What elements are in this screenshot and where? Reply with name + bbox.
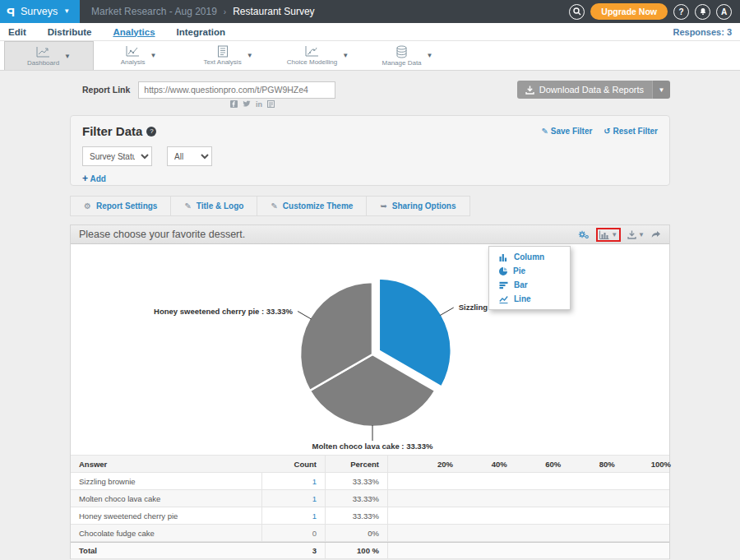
embed-icon[interactable] — [267, 100, 275, 109]
svg-text:Molten choco lava cake : 33.33: Molten choco lava cake : 33.33% — [312, 442, 433, 451]
nav-analytics[interactable]: Analytics — [113, 27, 155, 37]
report-link-input[interactable] — [138, 81, 335, 99]
question-title: Please choose your favorite dessert. — [79, 229, 245, 240]
responses-count[interactable]: Responses: 3 — [673, 27, 732, 37]
survey-nav: Edit Distribute Analytics Integration Re… — [0, 23, 740, 41]
save-filter-link[interactable]: ✎ Save Filter — [542, 127, 593, 136]
tab-sharing-options[interactable]: ➥Sharing Options — [367, 196, 469, 216]
menu-item-bar[interactable]: Bar — [489, 278, 570, 292]
filter-data-panel: Filter Data ? ✎ Save Filter ↺ Reset Filt… — [70, 115, 670, 186]
add-filter-link[interactable]: + Add — [82, 173, 106, 184]
help-button[interactable]: ? — [673, 4, 689, 20]
breadcrumb-separator: › — [224, 7, 226, 16]
count-link[interactable]: 1 — [312, 494, 317, 503]
chart-share-button[interactable] — [651, 230, 661, 238]
toolbar-item-dashboard[interactable]: Dashboard ▼ — [4, 41, 94, 70]
edit-icon: ✎ — [542, 127, 548, 136]
scale-tick: 80% — [599, 456, 615, 472]
download-data-reports-button[interactable]: Download Data & Reports — [517, 81, 652, 99]
answer-cell: Honey sweetened cherry pie — [71, 507, 262, 524]
document-icon — [217, 45, 229, 58]
tab-report-settings[interactable]: ⚙Report Settings — [70, 196, 171, 216]
report-tabs: ⚙Report Settings ✎Title & Logo ✎Customiz… — [70, 196, 470, 216]
chevron-down-icon[interactable]: ▼ — [150, 52, 156, 59]
toolbar-item-text-analysis[interactable]: Text Analysis ▼ — [183, 41, 273, 70]
total-percent: 100 % — [326, 543, 388, 558]
chart-type-button[interactable]: ▼ — [596, 228, 621, 242]
scale-tick: 20% — [437, 456, 453, 472]
status-value-select[interactable]: All — [167, 146, 212, 166]
count-value: 0 — [312, 529, 317, 538]
download-dropdown-caret[interactable]: ▼ — [652, 81, 670, 99]
question-header: Please choose your favorite dessert. ▼ ▼ — [71, 225, 669, 244]
table-row: Molten choco lava cake 1 33.33% — [71, 490, 669, 507]
scale-tick: 40% — [492, 456, 507, 472]
download-icon — [525, 86, 534, 95]
count-link[interactable]: 1 — [312, 511, 317, 521]
answer-cell: Chocolate fudge cake — [71, 525, 262, 541]
chart-settings-button[interactable] — [578, 230, 590, 239]
toolbar-item-analysis[interactable]: Analysis ▼ — [94, 41, 183, 70]
notifications-button[interactable] — [695, 4, 710, 20]
toolbar-label: Choice Modelling — [287, 58, 337, 66]
linkedin-icon[interactable]: in — [256, 100, 262, 109]
analytics-toolbar: Dashboard ▼ Analysis ▼ Text Analysis ▼ — [0, 41, 740, 71]
surveys-product-switcher[interactable]: P Surveys ▼ — [0, 0, 80, 23]
dashboard-content: Report Link Download Data & Reports ▼ — [0, 71, 740, 560]
pie-chart[interactable]: Sizzling brownie : 33.33%Molten choco la… — [71, 244, 669, 455]
topbar-actions: Upgrade Now ? A — [569, 3, 740, 20]
chevron-down-icon[interactable]: ▼ — [427, 52, 433, 59]
survey-status-select[interactable]: Survey Status — [82, 146, 152, 166]
line-chart-icon — [499, 295, 508, 303]
table-row: Chocolate fudge cake 0 0% — [71, 525, 669, 542]
chevron-down-icon: ▼ — [63, 8, 70, 15]
tab-customize-theme[interactable]: ✎Customize Theme — [257, 196, 367, 216]
nav-integration[interactable]: Integration — [177, 27, 225, 37]
download-group: Download Data & Reports ▼ — [517, 81, 670, 99]
menu-item-line[interactable]: Line — [489, 292, 570, 306]
chevron-down-icon[interactable]: ▼ — [64, 53, 71, 60]
results-table: Answer Count Percent 20%40%60%80%100% Si… — [71, 455, 669, 559]
nav-edit[interactable]: Edit — [8, 27, 26, 37]
scatter-chart-icon — [305, 45, 319, 58]
search-button[interactable] — [569, 4, 585, 20]
twitter-icon[interactable] — [243, 100, 251, 109]
reset-filter-link[interactable]: ↺ Reset Filter — [604, 127, 658, 136]
table-row: Sizzling brownie 1 33.33% — [71, 473, 669, 490]
report-link-row: Report Link Download Data & Reports ▼ — [70, 81, 670, 99]
menu-item-column[interactable]: Column — [489, 250, 570, 264]
account-avatar[interactable]: A — [716, 4, 732, 20]
col-count: Count — [262, 456, 326, 472]
questionpro-logo-icon: P — [7, 5, 15, 19]
count-link[interactable]: 1 — [312, 477, 317, 486]
chart-download-button[interactable]: ▼ — [627, 230, 645, 239]
col-percent: Percent — [326, 456, 388, 472]
breadcrumb-parent[interactable]: Market Research - Aug 2019 — [91, 6, 217, 17]
answer-cell: Sizzling brownie — [71, 473, 262, 489]
filter-data-title: Filter Data — [82, 124, 142, 138]
edit-icon: ✎ — [271, 201, 277, 211]
share-icons-row: in — [230, 100, 337, 109]
nav-distribute[interactable]: Distribute — [48, 27, 92, 37]
toolbar-item-choice-modelling[interactable]: Choice Modelling ▼ — [273, 41, 363, 70]
question-chart-panel: Please choose your favorite dessert. ▼ ▼ — [70, 224, 670, 559]
line-chart-icon — [36, 46, 50, 58]
toolbar-item-manage-data[interactable]: Manage Data ▼ — [363, 41, 452, 70]
chevron-down-icon[interactable]: ▼ — [342, 52, 349, 59]
menu-item-pie[interactable]: Pie — [489, 264, 570, 278]
share-arrow-icon: ➥ — [380, 201, 386, 211]
report-link-label: Report Link — [82, 85, 130, 95]
share-arrow-icon — [651, 230, 661, 238]
answer-cell: Molten choco lava cake — [71, 490, 262, 507]
facebook-icon[interactable] — [230, 100, 238, 109]
tab-title-logo[interactable]: ✎Title & Logo — [171, 196, 257, 216]
scale-tick: 60% — [545, 456, 561, 472]
upgrade-now-button[interactable]: Upgrade Now — [590, 3, 668, 20]
table-row: Honey sweetened cherry pie 1 33.33% — [71, 507, 669, 525]
toolbar-label: Text Analysis — [203, 58, 241, 66]
chevron-down-icon[interactable]: ▼ — [247, 52, 253, 59]
edit-icon: ✎ — [184, 201, 191, 211]
chevron-down-icon: ▼ — [611, 231, 617, 238]
filter-help-icon[interactable]: ? — [146, 127, 156, 137]
total-label: Total — [71, 543, 262, 558]
